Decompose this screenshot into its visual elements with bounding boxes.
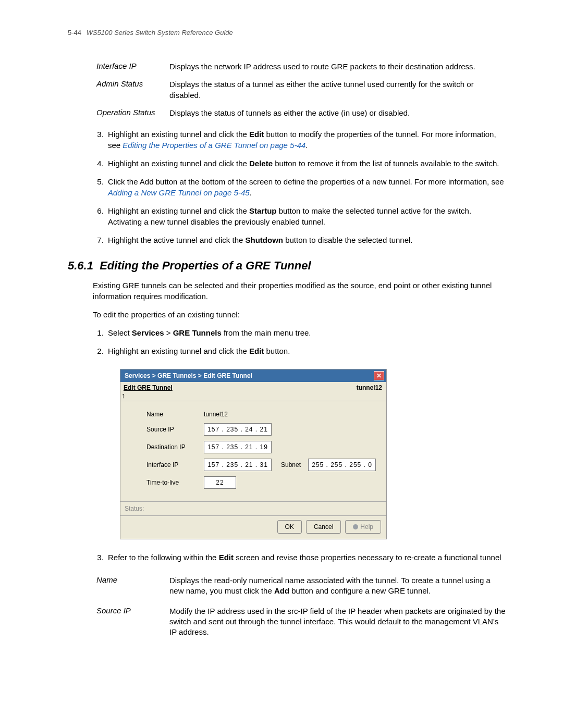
dialog-status: Status:	[120, 501, 386, 515]
body-paragraph: Existing GRE tunnels can be selected and…	[93, 280, 506, 302]
cancel-button[interactable]: Cancel	[306, 520, 341, 534]
dialog-subtitle-right: tunnel12	[357, 384, 382, 400]
def-row: Source IP Modify the IP address used in …	[96, 606, 506, 638]
body-paragraph: To edit the properties of an existing tu…	[93, 309, 506, 320]
page-number: 5-44	[68, 29, 81, 36]
doc-title: WS5100 Series Switch System Reference Gu…	[87, 29, 233, 36]
ttl-label: Time-to-live	[146, 479, 204, 486]
cursor-icon: ↑	[121, 391, 125, 400]
dialog-subtitle: Edit GRE Tunnel ↑ tunnel12	[120, 382, 386, 401]
close-icon[interactable]: ✕	[374, 371, 384, 380]
def-row: Admin Status Displays the status of a tu…	[96, 79, 506, 101]
def-term: Source IP	[96, 606, 169, 638]
xref-link[interactable]: Editing the Properties of a GRE Tunnel o…	[123, 141, 305, 150]
destination-ip-input[interactable]: 157 . 235 . 21 . 19	[204, 441, 272, 453]
definition-table-bottom: Name Displays the read-only numerical na…	[96, 575, 506, 637]
def-desc: Displays the status of a tunnel as eithe…	[169, 79, 506, 101]
subnet-input[interactable]: 255 . 255 . 255 . 0	[308, 459, 376, 471]
def-desc: Modify the IP address used in the src-IP…	[169, 606, 506, 638]
list-item: Highlight an existing tunnel and click t…	[106, 346, 506, 356]
list-item: Refer to the following within the Edit s…	[106, 552, 506, 563]
def-desc: Displays the status of tunnels as either…	[169, 108, 506, 118]
source-ip-label: Source IP	[146, 426, 204, 433]
list-item: Highlight an existing tunnel and click t…	[106, 129, 506, 151]
interface-ip-input[interactable]: 157 . 235 . 21 . 31	[204, 459, 272, 471]
list-item: Click the Add button at the bottom of th…	[106, 176, 506, 198]
dialog-button-row: OK Cancel Help	[120, 515, 386, 539]
def-row: Name Displays the read-only numerical na…	[96, 575, 506, 597]
ordered-steps-c: Refer to the following within the Edit s…	[93, 552, 506, 563]
def-row: Interface IP Displays the network IP add…	[96, 61, 506, 72]
name-label: Name	[146, 411, 204, 418]
list-item: Highlight the active tunnel and click th…	[106, 235, 506, 245]
help-button[interactable]: Help	[345, 520, 381, 534]
edit-gre-dialog: Services > GRE Tunnels > Edit GRE Tunnel…	[120, 369, 387, 539]
list-item: Highlight an existing tunnel and click t…	[106, 158, 506, 169]
subnet-label: Subnet	[281, 461, 301, 468]
def-term: Name	[96, 575, 169, 597]
def-term: Interface IP	[96, 61, 169, 72]
name-value: tunnel12	[204, 411, 228, 418]
dialog-title-text: Services > GRE Tunnels > Edit GRE Tunnel	[125, 372, 252, 379]
xref-link[interactable]: Adding a New GRE Tunnel on page 5-45	[108, 188, 250, 197]
destination-ip-label: Destination IP	[146, 443, 204, 451]
def-desc: Displays the read-only numerical name as…	[169, 575, 506, 597]
interface-ip-label: Interface IP	[146, 461, 204, 468]
ordered-steps-a: Highlight an existing tunnel and click t…	[93, 129, 506, 245]
def-term: Operation Status	[96, 108, 169, 118]
def-term: Admin Status	[96, 79, 169, 101]
dialog-titlebar: Services > GRE Tunnels > Edit GRE Tunnel…	[120, 369, 386, 382]
dialog-subtitle-left: Edit GRE Tunnel	[124, 384, 173, 391]
ttl-input[interactable]: 22	[204, 476, 236, 489]
page-header: 5-44 WS5100 Series Switch System Referen…	[68, 29, 506, 36]
section-heading: 5.6.1 Editing the Properties of a GRE Tu…	[68, 259, 506, 273]
source-ip-input[interactable]: 157 . 235 . 24 . 21	[204, 423, 272, 436]
def-desc: Displays the network IP address used to …	[169, 61, 506, 72]
ok-button[interactable]: OK	[277, 520, 302, 534]
list-item: Highlight an existing tunnel and click t…	[106, 205, 506, 227]
ordered-steps-b: Select Services > GRE Tunnels from the m…	[93, 327, 506, 356]
list-item: Select Services > GRE Tunnels from the m…	[106, 327, 506, 338]
definition-table-top: Interface IP Displays the network IP add…	[96, 61, 506, 118]
def-row: Operation Status Displays the status of …	[96, 108, 506, 118]
